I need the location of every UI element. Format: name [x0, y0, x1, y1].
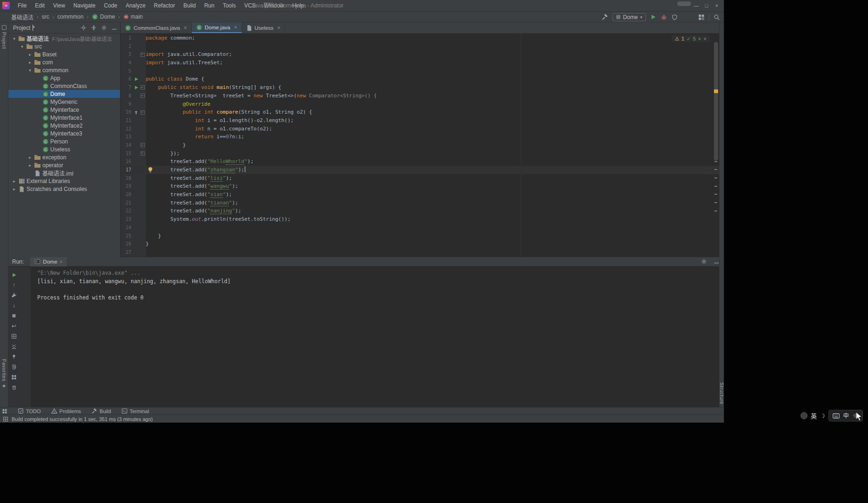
line-number[interactable]: 3 — [121, 50, 133, 59]
menu-build[interactable]: Build — [179, 0, 200, 12]
fold-marker-icon[interactable]: − — [140, 141, 146, 150]
trash-icon[interactable] — [8, 382, 20, 393]
fold-marker-icon[interactable]: − — [140, 83, 146, 92]
error-stripe-typo-mark[interactable] — [714, 211, 717, 211]
close-icon[interactable]: × — [277, 25, 281, 31]
line-number[interactable]: 12 — [121, 125, 133, 133]
inspection-widget[interactable]: ⚠ 1 ✓ 5 ∧ ∨ — [672, 35, 710, 42]
menu-tools[interactable]: Tools — [219, 0, 240, 12]
tree-row-exception[interactable]: ▸exception — [8, 153, 120, 161]
code-line-21[interactable]: 21 treeSet.add("tianan"); — [121, 199, 719, 207]
line-number[interactable]: 1 — [121, 34, 133, 42]
fold-marker-icon[interactable]: − — [140, 150, 146, 158]
gear-icon[interactable] — [101, 25, 107, 31]
code-line-9[interactable]: 9 @Override — [121, 100, 719, 109]
keyboard-icon[interactable] — [833, 413, 840, 419]
breadcrumb-item-3[interactable]: CDome — [91, 14, 116, 20]
fold-marker-icon[interactable]: − — [140, 50, 146, 59]
tool-window-button-todo[interactable]: TODO — [18, 408, 41, 414]
code-line-4[interactable]: 4import java.util.TreeSet; — [121, 59, 719, 67]
line-number[interactable]: 13 — [121, 133, 133, 141]
close-icon[interactable]: × — [184, 25, 187, 31]
restore-icon[interactable] — [8, 331, 20, 341]
tree-row-基础语法.iml[interactable]: 基础语法.iml — [8, 169, 120, 177]
line-number[interactable]: 26 — [121, 240, 133, 248]
editor-scrollbar[interactable] — [713, 34, 719, 257]
error-stripe-typo-mark[interactable] — [714, 186, 717, 187]
line-number[interactable]: 24 — [121, 224, 133, 232]
bug-icon[interactable] — [660, 14, 667, 20]
error-stripe-typo-mark[interactable] — [714, 177, 717, 178]
close-icon[interactable]: × — [234, 24, 237, 31]
tree-row-src[interactable]: ▾src — [8, 42, 120, 50]
pin-icon[interactable] — [8, 352, 20, 362]
line-number[interactable]: 9 — [121, 100, 133, 109]
grid2-icon[interactable] — [8, 372, 20, 382]
tree-row-Myinterface3[interactable]: CMyinterface3 — [8, 129, 120, 137]
tree-row-MyInterface1[interactable]: CMyInterface1 — [8, 114, 120, 122]
code-line-27[interactable]: 27 — [121, 248, 719, 257]
line-number[interactable]: 5 — [121, 67, 133, 75]
collapse-icon[interactable] — [91, 25, 97, 31]
gear-icon[interactable] — [701, 258, 707, 265]
tree-row-App[interactable]: CApp — [8, 74, 120, 82]
maximize-button[interactable]: □ — [701, 0, 712, 12]
code-editor[interactable]: 1package commmon;23−import java.util.Com… — [121, 34, 719, 257]
menu-refactor[interactable]: Refactor — [150, 0, 179, 12]
tree-row-operator[interactable]: ▸operator — [8, 161, 120, 169]
code-line-20[interactable]: 20 treeSet.add("xian"); — [121, 190, 719, 199]
hide-icon[interactable] — [111, 25, 117, 31]
print-icon[interactable] — [8, 362, 20, 372]
code-line-7[interactable]: 7− public static void main(String[] args… — [121, 83, 719, 92]
editor-tab-Useless[interactable]: Useless× — [242, 22, 285, 33]
tool-window-switcher-icon[interactable] — [2, 408, 7, 414]
code-line-26[interactable]: 26} — [121, 240, 719, 248]
search-icon[interactable] — [713, 14, 720, 20]
code-line-11[interactable]: 11 int i = o1.length()-o2.length(); — [121, 116, 719, 125]
scrollbar-thumb[interactable] — [714, 42, 718, 161]
breadcrumb-item-1[interactable]: src — [41, 14, 50, 20]
editor-tab-CommonClass.java[interactable]: CCommonClass.java× — [121, 22, 192, 33]
line-number[interactable]: 4 — [121, 59, 133, 67]
minimize-button[interactable]: — — [691, 0, 701, 12]
menu-navigate[interactable]: Navigate — [69, 0, 100, 12]
code-line-19[interactable]: 19 treeSet.add("wangwu"); — [121, 182, 719, 190]
tree-row-commmon[interactable]: ▾commmon — [8, 66, 120, 74]
tree-row-Baset[interactable]: ▸Baset — [8, 50, 120, 58]
code-line-23[interactable]: 23 System.out.println(treeSet.toString()… — [121, 215, 719, 224]
menu-run[interactable]: Run — [200, 0, 219, 12]
menu-file[interactable]: File — [13, 0, 31, 12]
tool-window-button-terminal[interactable]: Terminal — [121, 408, 149, 414]
menu-code[interactable]: Code — [100, 0, 121, 12]
grid-icon[interactable] — [698, 14, 705, 20]
menu-edit[interactable]: Edit — [31, 0, 49, 12]
line-number[interactable]: 10 — [121, 108, 133, 116]
tool-stripe-structure[interactable]: Structure — [720, 382, 724, 404]
locate-icon[interactable] — [81, 25, 87, 31]
tree-row-基础语法[interactable]: ▾基础语法F:\java\Java基础\基础语法 — [8, 34, 120, 42]
code-line-13[interactable]: 13 return i==0?n:i; — [121, 133, 719, 141]
tree-row-MyGeneric[interactable]: CMyGeneric — [8, 98, 120, 106]
next-problem-icon[interactable]: ∨ — [703, 36, 707, 41]
fold-marker-icon[interactable]: − — [140, 108, 146, 116]
menu-analyze[interactable]: Analyze — [121, 0, 150, 12]
up-icon[interactable]: ↑ — [8, 280, 20, 290]
code-line-3[interactable]: 3−import java.util.Comparator; — [121, 50, 719, 59]
tool-window-button-build[interactable]: Build — [91, 408, 111, 414]
error-stripe-typo-mark[interactable] — [714, 202, 717, 203]
line-number[interactable]: 15 — [121, 150, 133, 158]
tree-row-Scratches and Consoles[interactable]: ▸Scratches and Consoles — [8, 185, 120, 193]
run-tab-dome[interactable]: Dome × — [30, 257, 67, 266]
scrollend-icon[interactable] — [8, 341, 20, 352]
tool-window-button-problems[interactable]: Problems — [51, 408, 81, 414]
code-line-8[interactable]: 8− TreeSet<String> treeSet = new TreeSet… — [121, 92, 719, 100]
line-number[interactable]: 25 — [121, 232, 133, 240]
tree-row-Person[interactable]: CPerson — [8, 137, 120, 145]
line-number[interactable]: 21 — [121, 199, 133, 207]
code-line-1[interactable]: 1package commmon; — [121, 34, 719, 42]
close-button[interactable]: × — [712, 0, 722, 12]
tree-row-com[interactable]: ▸com — [8, 58, 120, 66]
override-gutter-icon[interactable] — [133, 108, 140, 116]
line-number[interactable]: 14 — [121, 141, 133, 150]
stop-icon[interactable] — [8, 311, 20, 321]
